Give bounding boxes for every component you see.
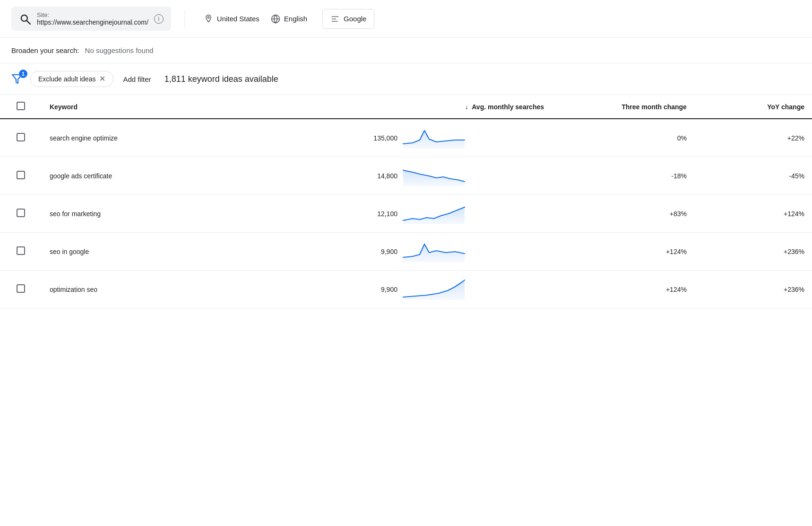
avg-monthly-cell: 9,900 bbox=[362, 271, 552, 308]
yoy-cell: +236% bbox=[694, 271, 812, 308]
monthly-value: 135,000 bbox=[369, 134, 397, 142]
chip-label: Exclude adult ideas bbox=[38, 75, 95, 83]
table-row: search engine optimize 135,000 0% +22% bbox=[0, 119, 812, 157]
row-checkbox[interactable] bbox=[17, 246, 25, 255]
three-month-cell: +124% bbox=[552, 233, 694, 271]
three-month-cell: -18% bbox=[552, 157, 694, 195]
svg-point-0 bbox=[21, 15, 27, 21]
table-row: optimization seo 9,900 +124% +236% bbox=[0, 271, 812, 308]
avg-monthly-cell: 12,100 bbox=[362, 195, 552, 233]
sparkline-chart bbox=[403, 239, 465, 263]
row-checkbox-cell[interactable] bbox=[0, 119, 42, 157]
search-icon bbox=[19, 13, 31, 25]
row-checkbox[interactable] bbox=[17, 133, 25, 141]
monthly-value: 12,100 bbox=[369, 210, 397, 218]
yoy-cell: +124% bbox=[694, 195, 812, 233]
row-checkbox[interactable] bbox=[17, 209, 25, 217]
ideas-count: 1,811 keyword ideas available bbox=[164, 74, 278, 84]
row-checkbox[interactable] bbox=[17, 284, 25, 293]
sparkline-wrap: 14,800 bbox=[369, 164, 548, 188]
sparkline-chart bbox=[403, 202, 465, 226]
filter-bar: 1 Exclude adult ideas ✕ Add filter 1,811… bbox=[0, 63, 812, 95]
table-row: google ads certificate 14,800 -18% -45% bbox=[0, 157, 812, 195]
table-row: seo in google 9,900 +124% +236% bbox=[0, 233, 812, 271]
avg-monthly-column-header[interactable]: ↓ Avg. monthly searches bbox=[362, 95, 552, 119]
broaden-value: No suggestions found bbox=[85, 46, 154, 54]
sparkline-wrap: 12,100 bbox=[369, 202, 548, 226]
engine-button[interactable]: Google bbox=[322, 9, 374, 29]
keyword-cell: google ads certificate bbox=[42, 157, 362, 195]
site-text: Site: https://www.searchenginejournal.co… bbox=[37, 11, 148, 26]
three-month-column-header[interactable]: Three month change bbox=[552, 95, 694, 119]
avg-monthly-cell: 14,800 bbox=[362, 157, 552, 195]
engine-icon bbox=[330, 14, 340, 24]
monthly-value: 14,800 bbox=[369, 172, 397, 180]
keyword-cell: seo in google bbox=[42, 233, 362, 271]
sparkline-wrap: 135,000 bbox=[369, 126, 548, 150]
keyword-table-wrap: Keyword ↓ Avg. monthly searches Three mo… bbox=[0, 95, 812, 308]
chip-close-icon[interactable]: ✕ bbox=[99, 75, 105, 83]
row-checkbox-cell[interactable] bbox=[0, 233, 42, 271]
three-month-cell: +124% bbox=[552, 271, 694, 308]
table-header-row: Keyword ↓ Avg. monthly searches Three mo… bbox=[0, 95, 812, 119]
avg-monthly-cell: 135,000 bbox=[362, 119, 552, 157]
yoy-cell: +22% bbox=[694, 119, 812, 157]
row-checkbox-cell[interactable] bbox=[0, 157, 42, 195]
yoy-column-header[interactable]: YoY change bbox=[694, 95, 812, 119]
three-month-cell: +83% bbox=[552, 195, 694, 233]
yoy-cell: +236% bbox=[694, 233, 812, 271]
sparkline-wrap: 9,900 bbox=[369, 239, 548, 263]
site-url: https://www.searchenginejournal.com/ bbox=[37, 18, 148, 26]
sort-down-icon: ↓ bbox=[465, 103, 468, 111]
yoy-cell: -45% bbox=[694, 157, 812, 195]
info-icon[interactable]: i bbox=[154, 14, 164, 24]
row-checkbox-cell[interactable] bbox=[0, 271, 42, 308]
select-all-checkbox[interactable] bbox=[17, 102, 25, 110]
row-checkbox-cell[interactable] bbox=[0, 195, 42, 233]
broaden-section: Broaden your search: No suggestions foun… bbox=[0, 38, 812, 63]
location-filter[interactable]: United States bbox=[198, 10, 265, 27]
monthly-value: 9,900 bbox=[369, 286, 397, 293]
broaden-label: Broaden your search: bbox=[11, 46, 79, 54]
site-label: Site: bbox=[37, 11, 148, 18]
sparkline-chart bbox=[403, 277, 465, 301]
exclude-adult-chip[interactable]: Exclude adult ideas ✕ bbox=[30, 71, 113, 87]
keyword-cell: search engine optimize bbox=[42, 119, 362, 157]
avg-monthly-cell: 9,900 bbox=[362, 233, 552, 271]
language-filter[interactable]: English bbox=[265, 10, 313, 27]
location-label: United States bbox=[217, 15, 259, 23]
sparkline-wrap: 9,900 bbox=[369, 277, 548, 301]
language-label: English bbox=[284, 15, 307, 23]
row-checkbox[interactable] bbox=[17, 171, 25, 179]
table-row: seo for marketing 12,100 +83% +124% bbox=[0, 195, 812, 233]
svg-line-1 bbox=[27, 20, 30, 24]
location-icon bbox=[204, 14, 213, 24]
monthly-value: 9,900 bbox=[369, 248, 397, 255]
sparkline-chart bbox=[403, 164, 465, 188]
filter-icon-wrap[interactable]: 1 bbox=[11, 73, 23, 85]
keyword-cell: seo for marketing bbox=[42, 195, 362, 233]
filter-badge: 1 bbox=[19, 70, 27, 78]
keyword-cell: optimization seo bbox=[42, 271, 362, 308]
top-bar: Site: https://www.searchenginejournal.co… bbox=[0, 0, 812, 38]
sparkline-chart bbox=[403, 126, 465, 150]
svg-point-2 bbox=[207, 17, 209, 18]
language-icon bbox=[271, 14, 280, 24]
keyword-column-header: Keyword bbox=[42, 95, 362, 119]
divider bbox=[184, 9, 185, 28]
add-filter-button[interactable]: Add filter bbox=[121, 71, 153, 87]
site-info-chip[interactable]: Site: https://www.searchenginejournal.co… bbox=[11, 7, 171, 31]
three-month-cell: 0% bbox=[552, 119, 694, 157]
engine-label: Google bbox=[344, 15, 366, 23]
select-all-header[interactable] bbox=[0, 95, 42, 119]
keyword-table: Keyword ↓ Avg. monthly searches Three mo… bbox=[0, 95, 812, 308]
